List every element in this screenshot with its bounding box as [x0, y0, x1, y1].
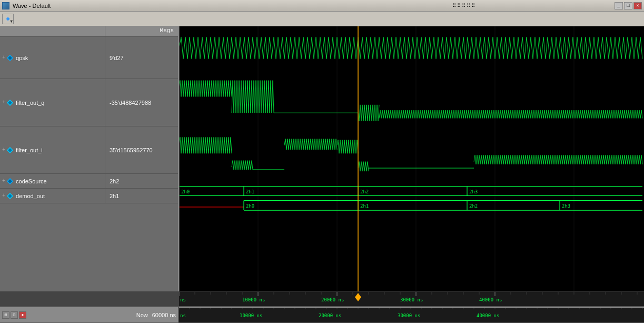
signal-value-demod-out: 2h1: [105, 189, 178, 203]
svg-text:30000 ns: 30000 ns: [398, 313, 420, 318]
signal-row-codesource: + codeSource 2h2: [0, 174, 178, 189]
signal-label-filter-out-q: filter_out_q: [16, 100, 44, 106]
signal-value-qpsk: 9'd27: [105, 37, 178, 79]
signal-name-demod-out: + demod_out: [0, 189, 105, 203]
signal-header-msgs: Msgs: [105, 26, 178, 36]
signal-row-filter-out-i: + filter_out_i 35'd1565952770: [0, 126, 178, 174]
status-icon-3[interactable]: ●: [19, 311, 26, 319]
svg-text:2h3: 2h3: [469, 189, 478, 194]
svg-text:2h3: 2h3: [562, 203, 570, 209]
status-bar: ⊞ ⊡ ● Now 60000 ns: [0, 306, 644, 323]
signal-row-qpsk: + qpsk 9'd27: [0, 37, 178, 79]
svg-text:2h2: 2h2: [360, 189, 369, 194]
signal-header: Msgs: [0, 26, 178, 37]
timeline-ruler: ns 10000 ns 20000 ns 30000 ns 40000 ns: [179, 291, 644, 306]
minimize-button[interactable]: _: [615, 2, 623, 9]
signal-name-filter-out-i: + filter_out_i: [0, 126, 105, 173]
signal-icon-codesource: [6, 178, 14, 185]
status-icon-2[interactable]: ⊡: [11, 311, 18, 319]
svg-text:10000 ns: 10000 ns: [242, 297, 265, 302]
signal-name-qpsk: + qpsk: [0, 37, 105, 79]
svg-text:10000 ns: 10000 ns: [240, 313, 262, 318]
title-text: Wave - Default: [13, 3, 314, 9]
signal-label-demod-out: demod_out: [16, 193, 45, 199]
maximize-button[interactable]: □: [624, 2, 632, 9]
status-right: ns 10000 ns 20000 ns 30000 ns 40000 ns: [179, 307, 644, 322]
signal-name-codesource: + codeSource: [0, 174, 105, 188]
toolbar: ◆ ▼: [0, 12, 644, 26]
timeline-svg: ns 10000 ns 20000 ns 30000 ns 40000 ns: [179, 292, 644, 306]
expand-codesource[interactable]: +: [2, 178, 5, 184]
svg-text:2h2: 2h2: [469, 203, 478, 209]
toolbar-btn-1[interactable]: ◆ ▼: [2, 14, 14, 24]
svg-text:30000 ns: 30000 ns: [400, 297, 423, 302]
signal-header-name: [0, 26, 105, 36]
waveform-area[interactable]: 2h0 2h1 2h2 2h3: [179, 26, 644, 291]
title-bar: Wave - Default ⠿⠿⠿⠿⠿ _ □ ✕: [0, 0, 644, 12]
status-left: ⊞ ⊡ ● Now 60000 ns: [0, 307, 179, 322]
window-controls: _ □ ✕: [615, 2, 642, 9]
app-icon: [2, 2, 9, 9]
svg-text:2h1: 2h1: [360, 203, 369, 209]
signal-label-qpsk: qpsk: [16, 55, 28, 61]
status-icon-1[interactable]: ⊞: [2, 311, 9, 319]
signal-icon-filter-out-i: [6, 146, 14, 154]
signal-label-filter-out-i: filter_out_i: [16, 147, 43, 153]
main-container: Msgs + qpsk 9'd27 + filter_out_q -: [0, 26, 644, 291]
status-icon-group: ⊞ ⊡ ●: [2, 311, 26, 319]
signal-icon-qpsk: [6, 54, 14, 62]
expand-filter-out-q[interactable]: +: [2, 100, 5, 105]
signal-icon-demod-out: [6, 192, 14, 200]
signal-value-codesource: 2h2: [105, 174, 178, 188]
svg-text:40000 ns: 40000 ns: [479, 297, 502, 302]
svg-text:ns: ns: [180, 313, 186, 318]
signal-panel: Msgs + qpsk 9'd27 + filter_out_q -: [0, 26, 179, 291]
svg-text:2h0: 2h0: [181, 189, 190, 194]
svg-text:2h0: 2h0: [246, 203, 254, 209]
signal-value-filter-out-i: 35'd1565952770: [105, 126, 178, 173]
signal-row-filter-out-q: + filter_out_q -35'd488427988: [0, 79, 178, 126]
svg-text:40000 ns: 40000 ns: [477, 313, 499, 318]
status-now-label: Now: [136, 312, 148, 318]
drag-handle: ⠿⠿⠿⠿⠿: [314, 3, 615, 9]
expand-filter-out-i[interactable]: +: [2, 147, 5, 153]
status-timeline-svg: ns 10000 ns 20000 ns 30000 ns 40000 ns: [179, 308, 644, 322]
expand-qpsk[interactable]: +: [2, 55, 5, 61]
toolbar-arrow-icon: ◆: [6, 15, 9, 23]
svg-text:20000 ns: 20000 ns: [321, 297, 344, 302]
signal-name-filter-out-q: + filter_out_q: [0, 79, 105, 126]
signal-row-demod-out: + demod_out 2h1: [0, 189, 178, 203]
svg-text:ns: ns: [180, 297, 186, 302]
signal-panel-empty: [0, 203, 178, 291]
svg-text:20000 ns: 20000 ns: [319, 313, 341, 318]
signal-icon-filter-out-q: [6, 99, 14, 106]
status-now-value: 60000 ns: [152, 312, 176, 318]
close-button[interactable]: ✕: [633, 2, 642, 9]
status-icons: ⊞ ⊡ ●: [2, 311, 26, 319]
signal-value-filter-out-q: -35'd488427988: [105, 79, 178, 126]
expand-demod-out[interactable]: +: [2, 193, 5, 199]
waveform-svg: 2h0 2h1 2h2 2h3: [179, 26, 644, 291]
svg-text:2h1: 2h1: [246, 189, 254, 194]
signal-label-codesource: codeSource: [16, 178, 47, 184]
